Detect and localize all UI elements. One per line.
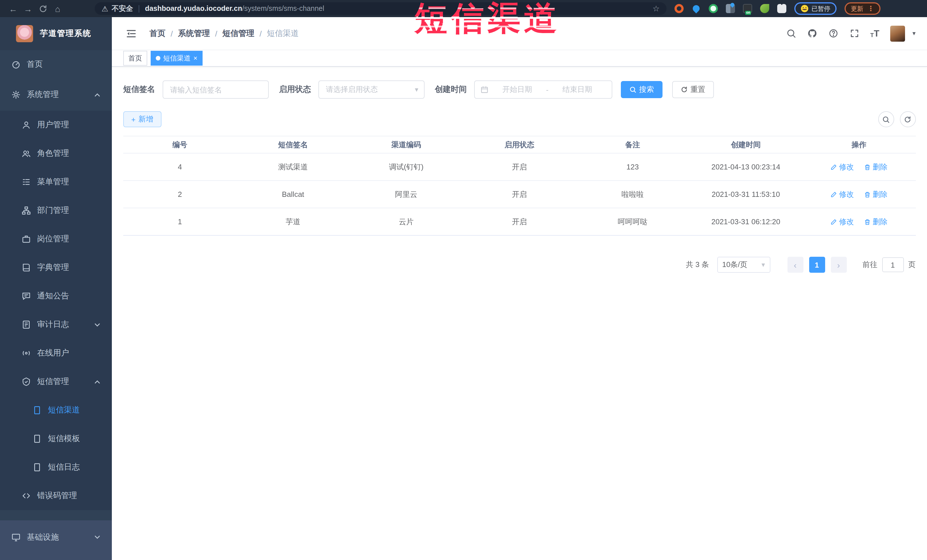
reset-button[interactable]: 重置 <box>672 81 714 98</box>
edit-link[interactable]: 修改 <box>831 217 854 227</box>
add-button[interactable]: + 新增 <box>123 111 161 127</box>
trash-icon <box>864 218 871 225</box>
screen: ← → ⌂ ⚠ 不安全 dashboard.yudao.iocoder.cn/s… <box>0 0 927 560</box>
avatar[interactable] <box>890 26 905 41</box>
column-header-status: 启用状态 <box>463 137 576 153</box>
search-icon <box>882 115 890 123</box>
url-text[interactable]: dashboard.yudao.iocoder.cn/system/sms/sm… <box>145 5 648 12</box>
extension-toolbar: on <box>675 4 786 13</box>
font-big-t: T <box>874 29 879 38</box>
app-logo-row[interactable]: 芋道管理系统 <box>0 17 112 50</box>
date-range-picker[interactable]: 开始日期 - 结束日期 <box>474 80 612 99</box>
document-icon <box>32 463 42 472</box>
cell-created: 2021-03-31 11:53:10 <box>689 181 802 208</box>
extension-grid-icon[interactable] <box>726 4 735 13</box>
breadcrumb-item-system[interactable]: 系统管理 <box>178 28 210 38</box>
browser-reload-icon[interactable] <box>35 2 50 15</box>
sidebar-item-label: 部门管理 <box>37 205 69 216</box>
column-header-remark: 备注 <box>576 137 689 153</box>
select-caret-down-icon: ▾ <box>761 261 765 269</box>
tab-close-icon[interactable]: × <box>193 55 198 62</box>
cell-status: 开启 <box>463 153 576 180</box>
sidebar-item-menu-management[interactable]: 菜单管理 <box>0 168 112 196</box>
breadcrumb-item-sms[interactable]: 短信管理 <box>223 28 254 38</box>
browser-back-icon[interactable]: ← <box>6 2 21 15</box>
edit-link[interactable]: 修改 <box>831 162 854 172</box>
start-date-placeholder[interactable]: 开始日期 <box>488 85 546 95</box>
security-label[interactable]: 不安全 <box>112 4 133 14</box>
delete-link[interactable]: 删除 <box>864 189 887 199</box>
sidebar-item-label: 菜单管理 <box>37 177 69 187</box>
page-size-select[interactable]: 10条/页 ▾ <box>717 257 770 273</box>
fullscreen-icon[interactable] <box>849 28 859 38</box>
browser-menu-dots-icon[interactable]: ⋮ <box>867 5 874 12</box>
add-button-label: 新增 <box>138 114 153 124</box>
refresh-icon <box>681 86 688 93</box>
sidebar-toggle-icon[interactable] <box>126 28 137 39</box>
extensions-puzzle-icon[interactable] <box>777 4 786 13</box>
sidebar-item-home[interactable]: 首页 <box>0 50 112 79</box>
refresh-table-button[interactable] <box>900 111 916 127</box>
sidebar-item-system-management[interactable]: 系统管理 <box>0 79 112 111</box>
total-count-text: 共 3 条 <box>686 260 709 270</box>
sidebar-item-notice-announcement[interactable]: 通知公告 <box>0 282 112 310</box>
sidebar-item-online-users[interactable]: 在线用户 <box>0 339 112 367</box>
sidebar-item-role-management[interactable]: 角色管理 <box>0 139 112 168</box>
paused-extension-pill[interactable]: 已暂停 <box>794 2 837 15</box>
page-number-button[interactable]: 1 <box>809 257 825 273</box>
reset-button-label: 重置 <box>690 85 705 95</box>
goto-page-input[interactable] <box>882 257 904 272</box>
delete-link[interactable]: 删除 <box>864 162 887 172</box>
search-button[interactable]: 搜索 <box>621 81 663 98</box>
sidebar-item-dictionary-management[interactable]: 字典管理 <box>0 253 112 282</box>
sidebar-item-label: 基础设施 <box>27 532 59 542</box>
page-watermark-title: 短信渠道 <box>414 0 560 36</box>
table-row: 2 Ballcat 阿里云 开启 啦啦啦 2021-03-31 11:53:10… <box>123 181 916 208</box>
status-placeholder: 请选择启用状态 <box>326 85 415 95</box>
extension-leaf-icon[interactable] <box>760 4 769 13</box>
org-tree-icon <box>22 206 31 215</box>
show-search-toggle-button[interactable] <box>878 111 894 127</box>
extension-green-check-icon[interactable] <box>709 4 718 13</box>
end-date-placeholder[interactable]: 结束日期 <box>549 85 606 95</box>
sidebar-item-sms-log[interactable]: 短信日志 <box>0 453 112 481</box>
breadcrumb-item-home[interactable]: 首页 <box>149 28 166 38</box>
delete-link[interactable]: 删除 <box>864 217 887 227</box>
browser-home-icon[interactable]: ⌂ <box>50 2 65 15</box>
bookmark-star-icon[interactable]: ☆ <box>652 4 660 13</box>
sms-channel-table: 编号 短信签名 渠道编码 启用状态 备注 创建时间 操作 4 测试渠道 调试(钉… <box>123 136 916 236</box>
extension-dark-icon[interactable]: on <box>743 4 752 13</box>
sidebar-item-sms-channel[interactable]: 短信渠道 <box>0 396 112 425</box>
prev-page-button[interactable]: ‹ <box>787 257 803 273</box>
help-icon[interactable] <box>828 28 838 38</box>
browser-update-button[interactable]: 更新 ⋮ <box>845 2 880 15</box>
extension-pin-icon[interactable] <box>691 4 701 13</box>
sidebar-item-audit-log[interactable]: 审计日志 <box>0 310 112 339</box>
cell-actions: 修改 删除 <box>802 208 916 235</box>
header-search-icon[interactable] <box>786 28 796 38</box>
url-path: /system/sms/sms-channel <box>242 5 324 12</box>
avatar-caret-down-icon[interactable]: ▾ <box>912 30 916 37</box>
announcement-icon <box>22 291 31 300</box>
status-select[interactable]: 请选择启用状态 ▾ <box>318 80 424 99</box>
next-page-button[interactable]: › <box>831 257 846 273</box>
signature-input[interactable] <box>163 80 269 99</box>
sidebar-item-department-management[interactable]: 部门管理 <box>0 196 112 225</box>
sidebar-item-error-code-management[interactable]: 错误码管理 <box>0 481 112 510</box>
sidebar-item-post-management[interactable]: 岗位管理 <box>0 225 112 253</box>
sidebar-item-sms-management[interactable]: 短信管理 <box>0 367 112 396</box>
github-icon[interactable] <box>807 28 817 38</box>
sidebar-item-user-management[interactable]: 用户管理 <box>0 111 112 139</box>
tab-home[interactable]: 首页 <box>123 51 147 65</box>
extension-orange-icon[interactable] <box>675 4 684 13</box>
sidebar-item-infrastructure[interactable]: 基础设施 <box>0 520 112 560</box>
sidebar-item-sms-template[interactable]: 短信模板 <box>0 425 112 453</box>
tab-sms-channel[interactable]: 短信渠道 × <box>150 51 202 65</box>
edit-link[interactable]: 修改 <box>831 189 854 199</box>
sidebar-item-label: 在线用户 <box>37 348 69 358</box>
sidebar-item-label: 通知公告 <box>37 291 69 301</box>
app-title: 芋道管理系统 <box>40 29 91 39</box>
font-size-icon[interactable]: TT <box>870 29 879 38</box>
browser-forward-icon[interactable]: → <box>21 2 35 15</box>
address-bar[interactable]: ⚠ 不安全 dashboard.yudao.iocoder.cn/system/… <box>95 2 667 15</box>
